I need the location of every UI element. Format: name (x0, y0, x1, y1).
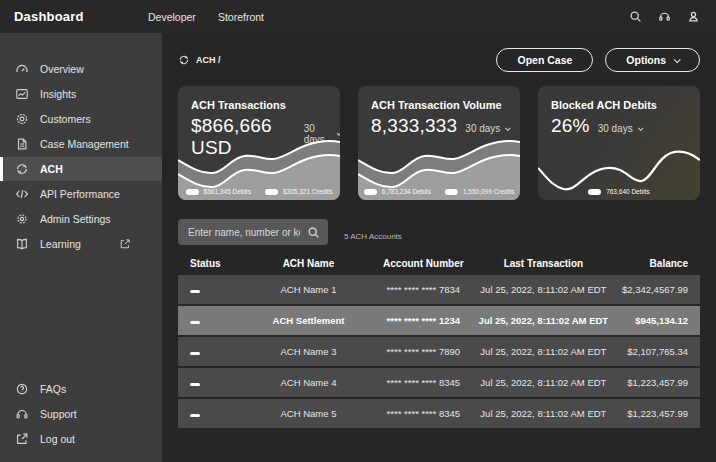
column-header-account-number: Account Number (371, 258, 475, 269)
card-blocked-ach-debits: Blocked ACH Debits 26% 30 days 763,640 D… (538, 86, 700, 200)
legend-marker (186, 189, 199, 195)
sidebar-item-overview[interactable]: Overview (0, 57, 162, 81)
sidebar: Overview Insights Customers Case Managem… (0, 33, 162, 462)
sidebar-item-insights[interactable]: Insights (0, 82, 162, 106)
logout-icon (14, 432, 29, 447)
gauge-icon (14, 62, 29, 77)
dash-status-icon (190, 352, 200, 355)
document-icon (14, 137, 29, 152)
sidebar-item-logout[interactable]: Log out (0, 427, 162, 451)
breadcrumb-label: ACH / (196, 55, 221, 65)
sidebar-item-api-performance[interactable]: API Performance (0, 182, 162, 206)
table-toolbar: 5 ACH Accounts (178, 219, 700, 245)
sidebar-item-label: Support (40, 408, 77, 420)
app-logo: Dashboard (0, 9, 148, 24)
sidebar-item-support[interactable]: Support (0, 402, 162, 426)
search-box (178, 219, 328, 245)
book-icon (14, 237, 29, 252)
column-header-balance: Balance (611, 258, 700, 269)
dash-status-icon (190, 414, 200, 417)
table-row[interactable]: ACH Name 5 **** **** **** 8345 Jul 25, 2… (178, 399, 700, 428)
user-icon[interactable] (686, 10, 700, 24)
sidebar-item-label: Admin Settings (40, 213, 111, 225)
sidebar-item-learning[interactable]: Learning (0, 232, 162, 256)
open-case-button[interactable]: Open Case (496, 48, 593, 72)
card-period-dropdown[interactable]: 30 days (465, 123, 509, 134)
sidebar-item-admin-settings[interactable]: Admin Settings (0, 207, 162, 231)
legend-marker (445, 189, 458, 195)
ach-name-cell: ACH Name 3 (246, 346, 371, 357)
sidebar-item-label: ACH (40, 163, 63, 175)
last-transaction-cell: Jul 25, 2022, 8:11:02 AM EDT (476, 408, 612, 419)
search-icon[interactable] (307, 225, 320, 243)
dash-status-icon (190, 383, 200, 386)
ach-accounts-table: Status ACH Name Account Number Last Tran… (178, 254, 700, 428)
card-title: ACH Transaction Volume (358, 86, 520, 111)
sidebar-item-label: API Performance (40, 188, 120, 200)
sidebar-item-label: Overview (40, 63, 84, 75)
search-icon[interactable] (628, 10, 642, 24)
column-header-status: Status (178, 258, 246, 269)
card-period-dropdown[interactable]: 30 days (598, 123, 642, 134)
sidebar-item-ach[interactable]: ACH (0, 157, 162, 181)
legend-item: 6,783,234 Debits (364, 188, 431, 195)
sidebar-item-label: FAQs (40, 383, 66, 395)
chevron-down-icon (638, 125, 644, 131)
support-icon[interactable] (657, 10, 671, 24)
legend-item: $561,345 Debits (186, 188, 251, 195)
legend-marker (265, 189, 278, 195)
ach-name-cell: ACH Settlement (246, 315, 371, 326)
card-value: 26% (551, 115, 590, 137)
account-number-cell: **** **** **** 7890 (371, 346, 475, 357)
balance-cell: $2,342,4567.99 (611, 284, 700, 295)
column-header-ach-name: ACH Name (246, 258, 371, 269)
table-row[interactable]: ACH Name 3 **** **** **** 7890 Jul 25, 2… (178, 337, 700, 366)
table-row-selected[interactable]: ACH Settlement **** **** **** 1234 Jul 2… (178, 306, 700, 335)
sidebar-item-label: Log out (40, 433, 75, 445)
card-ach-transactions: ACH Transactions $866,666 USD 30 days $5… (178, 86, 340, 200)
balance-cell: $1,223,457.99 (611, 408, 700, 419)
table-row[interactable]: ACH Name 1 **** **** **** 7834 Jul 25, 2… (178, 275, 700, 304)
sidebar-item-label: Case Management (40, 138, 129, 150)
legend-item: 763,640 Debits (588, 188, 650, 195)
sidebar-item-customers[interactable]: Customers (0, 107, 162, 131)
balance-cell: $945,134.12 (611, 315, 700, 326)
card-ach-transaction-volume: ACH Transaction Volume 8,333,333 30 days… (358, 86, 520, 200)
options-button[interactable]: Options (605, 48, 700, 72)
legend-marker (588, 189, 601, 195)
sidebar-item-faqs[interactable]: FAQs (0, 377, 162, 401)
headset-icon (14, 407, 29, 422)
status-cell (178, 377, 246, 388)
main-content: ACH / Open Case Options ACH Transactions… (162, 33, 716, 462)
balance-cell: $1,223,457.99 (611, 377, 700, 388)
code-icon (14, 187, 29, 202)
sidebar-item-label: Customers (40, 113, 91, 125)
legend-item: 1,550,099 Credits (445, 188, 514, 195)
nav-tab-developer[interactable]: Developer (148, 11, 196, 23)
gear-icon (14, 212, 29, 227)
card-legend: 763,640 Debits (538, 188, 700, 195)
sidebar-item-label: Learning (40, 238, 81, 250)
sync-icon (14, 162, 29, 177)
sidebar-item-case-management[interactable]: Case Management (0, 132, 162, 156)
card-title: Blocked ACH Debits (538, 86, 700, 111)
sidebar-item-label: Insights (40, 88, 76, 100)
ach-name-cell: ACH Name 4 (246, 377, 371, 388)
external-link-icon (118, 237, 133, 252)
table-row[interactable]: ACH Name 4 **** **** **** 8345 Jul 25, 2… (178, 368, 700, 397)
column-header-last-transaction: Last Transaction (476, 258, 612, 269)
question-circle-icon (14, 382, 29, 397)
sync-icon (178, 54, 190, 66)
legend-marker (364, 189, 377, 195)
search-input[interactable] (178, 219, 328, 245)
results-count: 5 ACH Accounts (344, 232, 402, 241)
dash-status-icon (190, 321, 200, 324)
last-transaction-cell: Jul 25, 2022, 8:11:02 AM EDT (476, 377, 612, 388)
legend-item: $305,321 Credits (265, 188, 333, 195)
balance-cell: $2,107,765.34 (611, 346, 700, 357)
nav-tab-storefront[interactable]: Storefront (218, 11, 264, 23)
account-number-cell: **** **** **** 1234 (371, 315, 475, 326)
table-header: Status ACH Name Account Number Last Tran… (178, 254, 700, 275)
badge-icon (14, 112, 29, 127)
status-cell (178, 346, 246, 357)
